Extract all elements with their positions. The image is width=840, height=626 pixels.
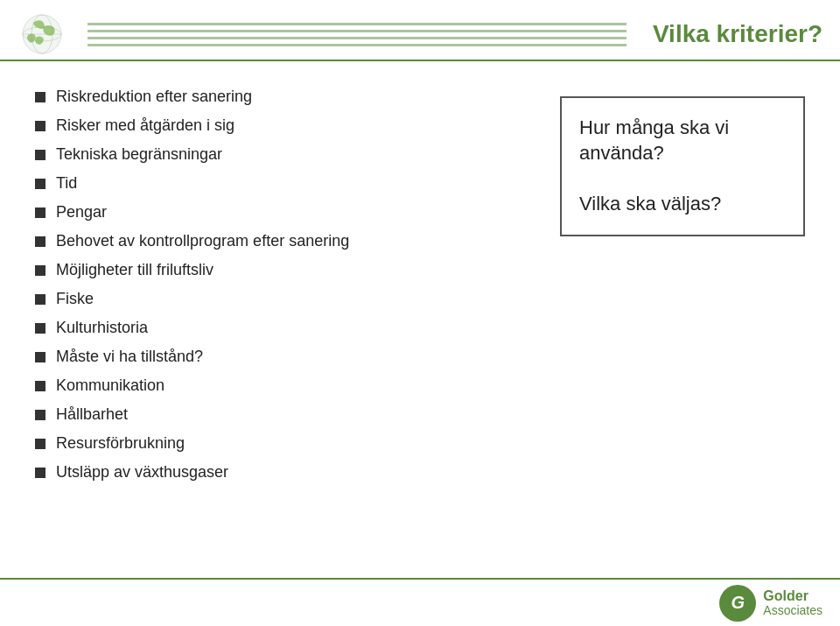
question-which: Vilka ska väljas? [579,192,786,217]
bullet-icon [35,150,46,160]
bullet-icon [35,121,46,131]
list-item: Tid [35,174,525,193]
list-item: Kommunikation [35,376,525,395]
question-how-many: Hur många ska vi använda? [579,116,786,165]
list-item-text: Fiske [56,290,94,308]
bullet-icon [35,439,46,449]
bullet-icon [35,92,46,102]
bullet-icon [35,265,46,276]
list-item: Resursförbrukning [35,434,525,453]
bullet-icon [35,323,46,334]
list-item-text: Resursförbrukning [56,434,185,453]
bullet-icon [35,352,46,362]
bullet-icon [35,381,46,391]
list-item-text: Pengar [56,203,107,222]
bullet-icon [35,468,46,478]
header: Vilka kriterier? [0,0,840,61]
list-item-text: Utsläpp av växthusgaser [56,463,228,482]
list-item: Tekniska begränsningar [35,145,525,164]
list-item-text: Risker med åtgärden i sig [56,116,234,135]
list-item-text: Riskreduktion efter sanering [56,88,252,106]
bullet-icon [35,207,46,218]
main-content: Riskreduktion efter saneringRisker med å… [0,61,840,518]
criteria-list: Riskreduktion efter saneringRisker med å… [35,88,525,492]
company-name: Golder [763,588,822,604]
bullet-icon [35,179,46,189]
bullet-icon [35,294,46,305]
company-logo: G Golder Associates [719,585,822,622]
bullet-icon [35,410,46,420]
list-item: Måste vi ha tillstånd? [35,348,525,366]
list-item: Hållbarhet [35,405,525,424]
list-item: Möjligheter till friluftsliv [35,261,525,279]
list-item-text: Kulturhistoria [56,319,148,337]
list-item-text: Hållbarhet [56,405,128,424]
list-item-text: Kommunikation [56,376,164,395]
list-item-text: Måste vi ha tillstånd? [56,348,203,366]
list-item: Kulturhistoria [35,319,525,337]
logo-text: Golder Associates [763,588,822,617]
globe-icon [18,11,88,59]
footer: G Golder Associates [0,578,840,626]
list-item: Risker med åtgärden i sig [35,116,525,135]
company-associates: Associates [763,604,822,617]
list-item: Fiske [35,290,525,308]
list-item-text: Tekniska begränsningar [56,145,222,164]
list-item-text: Tid [56,174,77,193]
bullet-icon [35,236,46,247]
logo-icon: G [719,585,756,622]
page-title: Vilka kriterier? [653,20,822,48]
list-item: Behovet av kontrollprogram efter sanerin… [35,232,525,250]
header-decoration [88,23,626,46]
list-item: Riskreduktion efter sanering [35,88,525,106]
list-item: Utsläpp av växthusgaser [35,463,525,482]
list-item-text: Möjligheter till friluftsliv [56,261,214,279]
info-box: Hur många ska vi använda? Vilka ska välj… [560,96,805,236]
list-item-text: Behovet av kontrollprogram efter sanerin… [56,232,349,250]
list-item: Pengar [35,203,525,222]
